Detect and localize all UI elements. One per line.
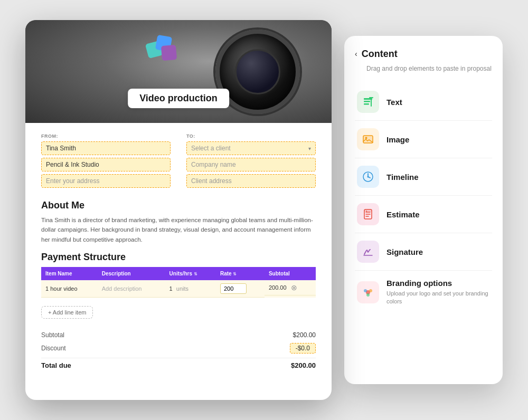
image-item-info: Image xyxy=(386,135,490,145)
content-title: Content xyxy=(362,49,398,60)
content-item-timeline[interactable]: Timeline xyxy=(355,158,492,196)
branding-item-name: Branding options xyxy=(386,278,490,289)
text-item-info: Text xyxy=(386,97,490,108)
from-to-row: FROM: Tina Smith Pencil & Ink Studio Ent… xyxy=(41,133,316,190)
from-company-input[interactable]: Pencil & Ink Studio xyxy=(41,158,171,171)
total-due-label: Total due xyxy=(41,361,71,369)
cell-units: 1 units xyxy=(165,280,216,298)
from-address-placeholder: Enter your address xyxy=(46,177,99,185)
col-units: Units/hrs ⇅ xyxy=(165,267,216,280)
to-client-placeholder: Select a client xyxy=(191,145,231,152)
discount-value[interactable]: -$0.0 xyxy=(290,343,316,354)
payment-title: Payment Structure xyxy=(41,252,316,263)
discount-label: Discount xyxy=(41,345,66,352)
svg-point-14 xyxy=(369,289,372,292)
cell-rate[interactable] xyxy=(216,280,265,298)
to-company-placeholder: Company name xyxy=(191,161,236,168)
content-item-signature[interactable]: Signature xyxy=(355,233,492,271)
svg-point-15 xyxy=(366,293,370,297)
signature-item-info: Signature xyxy=(386,247,490,257)
content-panel: ‹ Content Drag and drop elements to past… xyxy=(344,36,503,384)
sort-arrows-units: ⇅ xyxy=(194,272,197,276)
content-item-branding[interactable]: Branding options Upload your logo and se… xyxy=(355,271,492,313)
add-line-label: + Add line item xyxy=(48,309,86,316)
svg-point-13 xyxy=(364,289,367,292)
branding-item-desc: Upload your logo and set your branding c… xyxy=(386,290,490,306)
table-row: 1 hour video Add description 1 units 200… xyxy=(41,280,316,298)
cell-item-name: 1 hour video xyxy=(41,280,98,298)
image-item-name: Image xyxy=(386,135,490,145)
hero-title: Video production xyxy=(128,89,229,108)
to-company-input[interactable]: Company name xyxy=(186,158,316,171)
payment-table: Item Name Description Units/hrs ⇅ Rate ⇅… xyxy=(41,267,316,298)
timeline-item-info: Timeline xyxy=(386,172,490,183)
total-due-value: $200.00 xyxy=(291,361,316,369)
col-item-name: Item Name xyxy=(41,267,98,280)
branding-icon xyxy=(357,281,379,303)
proposal-hero: Video production xyxy=(25,20,332,123)
from-col: FROM: Tina Smith Pencil & Ink Studio Ent… xyxy=(41,133,171,190)
text-item-name: Text xyxy=(386,97,490,108)
text-icon xyxy=(357,91,379,113)
about-title: About Me xyxy=(41,200,316,211)
col-rate: Rate ⇅ xyxy=(216,267,265,280)
collapse-icon[interactable]: ‹ xyxy=(355,50,357,58)
signature-icon xyxy=(357,241,379,263)
svg-point-5 xyxy=(365,137,367,139)
estimate-item-info: Estimate xyxy=(386,209,490,220)
svg-rect-1 xyxy=(364,101,370,102)
cell-description[interactable]: Add description xyxy=(98,280,165,298)
content-item-text[interactable]: Text xyxy=(355,83,492,121)
col-subtotal: Subtotal xyxy=(265,267,316,280)
content-header: ‹ Content xyxy=(355,49,492,60)
svg-rect-2 xyxy=(364,103,369,105)
svg-point-7 xyxy=(367,176,369,178)
sort-arrows-rate: ⇅ xyxy=(233,272,237,276)
chevron-down-icon: ▾ xyxy=(308,146,311,151)
from-label: FROM: xyxy=(41,133,171,139)
cell-subtotal: 200.00 ⊗ xyxy=(265,280,316,295)
add-line-button[interactable]: + Add line item xyxy=(41,306,93,319)
timeline-item-name: Timeline xyxy=(386,172,490,183)
from-address-input[interactable]: Enter your address xyxy=(41,174,171,188)
estimate-item-name: Estimate xyxy=(386,209,490,220)
to-col: TO: Select a client ▾ Company name Clien… xyxy=(186,133,316,190)
col-description: Description xyxy=(98,267,165,280)
about-body: Tina Smith is a director of brand market… xyxy=(41,215,316,244)
logo-block-purple xyxy=(161,45,177,61)
from-company-value: Pencil & Ink Studio xyxy=(46,161,99,168)
timeline-icon xyxy=(357,166,379,188)
estimate-icon: $ xyxy=(357,203,379,225)
content-item-image[interactable]: Image xyxy=(355,121,492,158)
logo-blocks xyxy=(147,36,178,65)
content-subtitle: Drag and drop elements to paste in propo… xyxy=(366,64,492,73)
total-due-row: Total due $200.00 xyxy=(41,358,316,369)
to-address-placeholder: Client address xyxy=(191,177,232,185)
delete-row-button[interactable]: ⊗ xyxy=(291,283,297,292)
subtotal-row: Subtotal $200.00 xyxy=(41,329,316,341)
from-name-value: Tina Smith xyxy=(46,145,76,152)
subtotal-value: $200.00 xyxy=(293,331,316,339)
to-client-input[interactable]: Select a client ▾ xyxy=(186,141,316,155)
to-address-input[interactable]: Client address xyxy=(186,174,316,188)
content-item-estimate[interactable]: $ Estimate xyxy=(355,196,492,233)
image-icon xyxy=(357,128,379,150)
proposal-body: FROM: Tina Smith Pencil & Ink Studio Ent… xyxy=(25,123,332,400)
totals-section: Subtotal $200.00 Discount -$0.0 Total du… xyxy=(41,329,316,369)
subtotal-label: Subtotal xyxy=(41,331,64,339)
proposal-panel: Video production FROM: Tina Smith Pencil… xyxy=(25,20,332,400)
branding-item-info: Branding options Upload your logo and se… xyxy=(386,278,490,306)
from-name-input[interactable]: Tina Smith xyxy=(41,141,171,155)
to-label: TO: xyxy=(186,133,316,139)
discount-row: Discount -$0.0 xyxy=(41,341,316,356)
signature-item-name: Signature xyxy=(386,247,490,257)
